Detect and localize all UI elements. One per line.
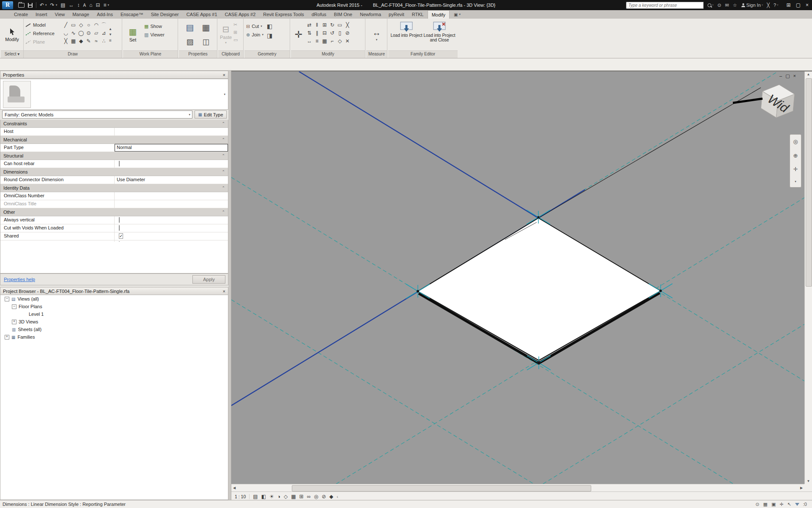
redo-dropdown-icon[interactable]: ▾ [56,3,58,7]
sun-path-icon[interactable]: ☀ [269,494,274,500]
select-links-toggle-icon[interactable]: ▣ [771,502,776,507]
tab-drofus[interactable]: dRofus [308,10,330,19]
tree-item-level-1[interactable]: Level 1 [0,310,228,318]
collapse-icon[interactable]: ⌃ [222,210,225,214]
unpin-button[interactable]: ≡ [314,38,320,45]
sketch-tool-button[interactable]: ✎ [85,38,92,45]
section-icon[interactable]: ⊟ [96,2,100,8]
gallery-scroll-up-icon[interactable]: ▲ [109,27,112,31]
scroll-left-icon[interactable]: ◀ [232,486,236,490]
rendering-dialog-icon[interactable]: ◇ [284,494,288,500]
tab-case-apps-1[interactable]: CASE Apps #1 [183,10,221,19]
tab-site-designer[interactable]: Site Designer [147,10,183,19]
load-into-project-button[interactable]: Load into Project [390,19,423,51]
trim-button[interactable]: ⊟ [321,30,328,37]
qat-customize-icon[interactable]: ▾ [108,3,110,7]
viewer-button[interactable]: ▥ Viewer [143,30,165,39]
pin-button[interactable]: ⊘ [344,30,351,37]
steering-wheel-icon[interactable]: ◎ [793,138,798,145]
sign-in-button[interactable]: Sign In▾ [741,3,763,8]
tree-item-floor-plans[interactable]: − Floor Plans [0,303,228,310]
mirror-button[interactable]: ⊞ [321,22,328,29]
tab-rtkl[interactable]: RTKL [408,10,428,19]
property-row-omniclass-title[interactable]: OmniClass Title [0,200,228,208]
aligned-dimension-icon[interactable]: ↕ [77,2,80,8]
polygon-tool-button[interactable]: ◇ [78,22,84,29]
communication-center-icon[interactable]: ✉ [725,3,729,8]
cut-to-clipboard-icon[interactable]: ✂ [233,22,238,28]
shadows-icon[interactable]: ◑ [277,494,280,500]
parallelogram-tool-button[interactable]: ▱ [93,30,99,37]
tab-add-ins[interactable]: Add-Ins [93,10,117,19]
rotate-ccw-button[interactable]: ↺ [329,30,335,37]
remove-paint-icon[interactable]: ◨ [267,32,272,39]
search-icon[interactable] [708,3,711,7]
set-work-plane-button[interactable]: ▦ Set [123,20,143,50]
view-minimize-icon[interactable]: – [779,73,782,79]
vertical-scroll-thumb[interactable] [806,78,812,287]
property-row-always-vertical[interactable]: Always vertical [0,216,228,224]
view-scale-button[interactable]: 1 : 10 [235,494,250,499]
tab-manage[interactable]: Manage [69,10,93,19]
close-icon[interactable]: × [806,2,809,8]
align-button[interactable]: ⇄ [306,22,313,29]
edit-type-button[interactable]: ▦ Edit Type [195,110,227,119]
pick-lines-tool-button[interactable]: ╳ [63,38,69,45]
print-icon[interactable]: ▤ [60,2,65,8]
locked-3d-view-icon[interactable]: ⊘ [322,494,326,500]
tab-view[interactable]: View [51,10,69,19]
tab-pyrevit[interactable]: pyRevit [385,10,408,19]
temporary-hide-isolate-icon[interactable]: ∞ [307,494,311,500]
properties-palette-button[interactable]: ▤ [182,22,198,33]
rotate-button[interactable]: ↻ [329,22,335,29]
array-button[interactable]: ▭ [337,22,343,29]
group-constraints[interactable]: Constraints⌃ [0,120,228,128]
extend-button[interactable]: ↔ [306,38,313,45]
visual-style-icon[interactable]: ◧ [261,494,266,500]
delete-button[interactable]: ✕ [344,38,351,45]
scroll-right-icon[interactable]: ▶ [799,486,804,490]
join-geometry-button[interactable]: ⊕ Join▾ [244,30,263,39]
collapse-node-icon[interactable]: − [12,304,16,309]
copy-button[interactable]: ⇅ [306,30,313,37]
rectang-tool-button[interactable]: ▭ [70,22,77,29]
subscription-center-icon[interactable]: ⊙ [717,3,721,8]
group-structural[interactable]: Structural⌃ [0,152,228,160]
tangent-arc-tool-button[interactable]: ◡ [63,30,69,37]
show-crop-region-icon[interactable]: ⊞ [299,494,304,500]
thin-lines-icon[interactable]: ≡ [103,2,106,8]
adaptive-point-bottom[interactable] [527,356,551,370]
group-mechanical[interactable]: Mechanical⌃ [0,136,228,144]
property-row-host[interactable]: Host [0,128,228,136]
corner-trim-button[interactable]: ⌐ [329,38,335,45]
group-dimensions[interactable]: Dimensions⌃ [0,168,228,176]
open-icon[interactable] [18,3,25,8]
collapse-icon[interactable]: ⌃ [222,138,225,142]
shared-checkbox[interactable]: ✓ [119,233,123,239]
region-tool-button[interactable]: ▦ [70,38,77,45]
property-row-cut-with-voids[interactable]: Cut with Voids When Loaded [0,224,228,232]
family-filter-combobox[interactable]: Family: Generic Models▾ [2,110,192,119]
tree-item-3d-views[interactable]: + 3D Views [0,318,228,326]
navbar-options-icon[interactable]: ▾ [795,180,796,183]
tree-item-sheets[interactable]: ▥ Sheets (all) [0,326,228,333]
family-types-button[interactable]: ▦ [198,22,214,33]
family-category-button[interactable]: ▨ [182,37,198,47]
scroll-down-icon[interactable]: ▼ [805,479,812,483]
spline-tool-button[interactable]: ∿ [70,30,77,37]
restore-icon[interactable]: ▢ [796,2,801,8]
dots-tool-button[interactable]: ∴ [101,38,107,45]
default-3d-view-icon[interactable]: ⌂ [89,2,92,8]
solid-tool-button[interactable]: ◆ [78,38,84,45]
collapse-icon[interactable]: ⌃ [222,186,225,190]
horizontal-scroll-thumb[interactable] [292,485,591,491]
3d-view-scene[interactable]: Wid [231,72,804,484]
save-icon[interactable] [28,3,33,8]
project-browser-close-icon[interactable]: × [223,289,225,294]
type-selector-dropdown-icon[interactable]: ▾ [224,93,225,96]
tab-case-apps-2[interactable]: CASE Apps #2 [221,10,260,19]
properties-close-icon[interactable]: × [223,72,225,77]
dock-splitter[interactable] [228,71,231,500]
design-options-icon[interactable]: ▦ [763,502,768,507]
cut-with-voids-checkbox[interactable] [119,225,120,231]
